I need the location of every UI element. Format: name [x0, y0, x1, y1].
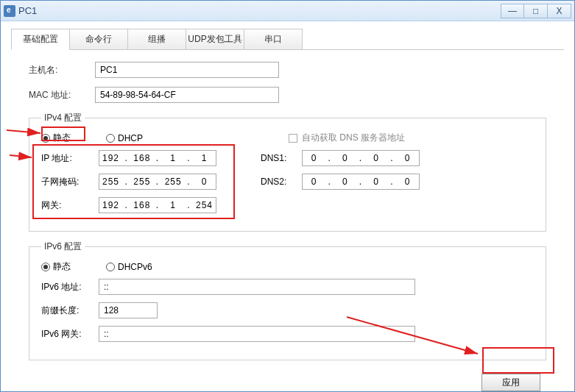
subnet-mask-label: 子网掩码: — [41, 176, 99, 188]
apply-button[interactable]: 应用 — [481, 374, 540, 391]
ipv6-fieldset: IPv6 配置 静态 DHCPv6 IPv6 地址: 前缀长 — [29, 240, 546, 360]
app-window: PC1 — □ X 基础配置 命令行 组播 UDP发包工具 串口 主机名: MA… — [0, 0, 575, 392]
titlebar: PC1 — □ X — [1, 1, 574, 21]
tab-basic-config[interactable]: 基础配置 — [11, 29, 70, 50]
dns2-label: DNS2: — [261, 177, 302, 187]
radio-icon — [41, 134, 50, 143]
ipv4-dhcp-label: DHCP — [118, 133, 143, 143]
ipv4-static-radio[interactable]: 静态 — [41, 132, 71, 144]
tab-bar: 基础配置 命令行 组播 UDP发包工具 串口 — [11, 29, 564, 50]
auto-dns-checkbox[interactable]: 自动获取 DNS 服务器地址 — [289, 132, 405, 144]
dns2-input[interactable]: 0. 0. 0. 0 — [302, 174, 420, 190]
ipv6-address-input[interactable] — [99, 279, 415, 295]
maximize-button[interactable]: □ — [524, 4, 548, 18]
radio-icon — [106, 134, 115, 143]
dns1-label: DNS1: — [261, 153, 302, 163]
radio-icon — [41, 263, 50, 271]
tab-multicast[interactable]: 组播 — [127, 29, 186, 49]
ipv6-dhcp-label: DHCPv6 — [118, 262, 152, 272]
ipv6-gateway-label: IPv6 网关: — [41, 328, 99, 341]
gateway-input[interactable]: 192. 168. 1. 254 — [99, 197, 216, 213]
tab-udp-tool[interactable]: UDP发包工具 — [186, 29, 244, 49]
ipv6-prefix-label: 前缀长度: — [41, 304, 99, 317]
ipv6-gateway-input[interactable] — [99, 326, 415, 342]
close-button[interactable]: X — [548, 4, 571, 18]
ipv4-fieldset: IPv4 配置 静态 DHCP 自动获取 DNS 服务器地址 — [29, 112, 546, 232]
hostname-input[interactable] — [95, 62, 279, 78]
ipv4-static-label: 静态 — [53, 132, 71, 144]
ipv4-legend: IPv4 配置 — [41, 112, 85, 124]
content-area: 基础配置 命令行 组播 UDP发包工具 串口 主机名: MAC 地址: IPv4… — [1, 21, 574, 392]
ip-address-input[interactable]: 192. 168. 1. 1 — [99, 150, 216, 166]
form-area: 主机名: MAC 地址: IPv4 配置 静态 DHCP — [11, 50, 564, 392]
ipv6-static-label: 静态 — [53, 260, 71, 273]
auto-dns-label: 自动获取 DNS 服务器地址 — [302, 132, 405, 144]
radio-icon — [106, 263, 115, 271]
gateway-label: 网关: — [41, 199, 99, 212]
checkbox-icon — [289, 134, 297, 143]
ipv6-prefix-input[interactable] — [99, 302, 158, 318]
app-icon — [4, 5, 15, 17]
ip-address-label: IP 地址: — [41, 152, 99, 165]
ipv6-static-radio[interactable]: 静态 — [41, 260, 71, 273]
ipv6-legend: IPv6 配置 — [41, 240, 85, 253]
ipv6-address-label: IPv6 地址: — [41, 281, 99, 293]
ipv6-dhcp-radio[interactable]: DHCPv6 — [106, 262, 152, 272]
ipv4-dhcp-radio[interactable]: DHCP — [106, 133, 143, 143]
subnet-mask-input[interactable]: 255. 255. 255. 0 — [99, 174, 216, 190]
dns1-input[interactable]: 0. 0. 0. 0 — [302, 150, 420, 166]
window-title: PC1 — [18, 5, 501, 16]
hostname-label: 主机名: — [29, 64, 95, 76]
minimize-button[interactable]: — — [501, 4, 524, 18]
mac-input[interactable] — [95, 87, 279, 103]
tab-serial[interactable]: 串口 — [244, 29, 303, 49]
mac-label: MAC 地址: — [29, 89, 95, 101]
tab-cli[interactable]: 命令行 — [69, 29, 128, 49]
